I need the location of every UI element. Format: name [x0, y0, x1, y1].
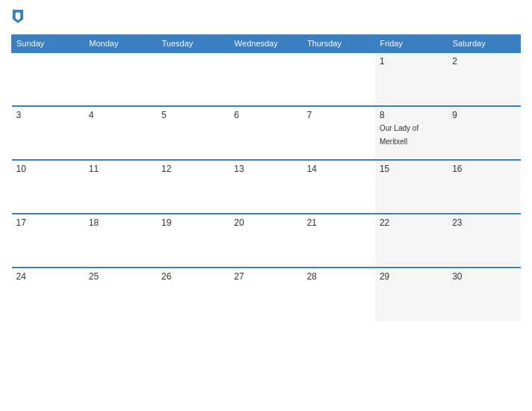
- day-number: 27: [234, 271, 297, 282]
- day-number: 26: [161, 271, 225, 282]
- calendar-cell: 8Our Lady of Meritxell: [375, 106, 448, 160]
- day-number: 9: [452, 110, 516, 120]
- day-number: 5: [161, 110, 225, 120]
- day-number: 23: [452, 217, 516, 228]
- day-number: 30: [452, 271, 516, 282]
- weekday-sunday: Sunday: [12, 35, 84, 53]
- calendar-cell: [303, 52, 375, 106]
- day-number: 6: [234, 110, 297, 120]
- day-number: 13: [234, 164, 297, 174]
- calendar-week-3: 10111213141516: [12, 160, 521, 214]
- calendar-cell: 27: [229, 268, 302, 321]
- calendar-cell: 11: [84, 160, 157, 214]
- day-number: 21: [307, 217, 371, 228]
- calendar-cell: 9: [448, 106, 520, 160]
- calendar-cell: [84, 52, 157, 106]
- calendar-cell: 21: [303, 214, 375, 268]
- calendar-cell: 13: [229, 160, 302, 214]
- day-number: 3: [16, 110, 80, 120]
- day-number: 2: [452, 56, 516, 67]
- day-number: 10: [16, 164, 80, 174]
- calendar-cell: 26: [157, 268, 229, 321]
- calendar-cell: 30: [448, 268, 520, 321]
- day-number: 22: [380, 217, 443, 228]
- day-number: 18: [89, 217, 152, 228]
- calendar-cell: 18: [84, 214, 157, 268]
- day-number: 24: [16, 271, 80, 282]
- weekday-saturday: Saturday: [448, 35, 520, 53]
- calendar-cell: 20: [229, 214, 302, 268]
- weekday-header-row: SundayMondayTuesdayWednesdayThursdayFrid…: [12, 35, 521, 53]
- calendar-cell: 10: [12, 160, 84, 214]
- calendar-cell: 19: [157, 214, 229, 268]
- calendar-cell: 29: [375, 268, 448, 321]
- day-number: 28: [307, 271, 371, 282]
- day-number: 29: [380, 271, 443, 282]
- weekday-thursday: Thursday: [303, 35, 375, 53]
- day-number: 8: [380, 110, 443, 120]
- calendar-header: [11, 7, 521, 30]
- calendar-cell: 16: [448, 160, 520, 214]
- weekday-monday: Monday: [84, 35, 157, 53]
- day-number: 19: [161, 217, 225, 228]
- day-event: Our Lady of Meritxell: [380, 124, 418, 146]
- calendar-header-row: SundayMondayTuesdayWednesdayThursdayFrid…: [12, 35, 521, 53]
- calendar-page: SundayMondayTuesdayWednesdayThursdayFrid…: [0, 0, 532, 411]
- day-number: 15: [380, 164, 443, 174]
- logo-image: [11, 10, 25, 27]
- day-number: 17: [16, 217, 80, 228]
- calendar-body: 12345678Our Lady of Meritxell91011121314…: [12, 52, 521, 321]
- day-number: 7: [307, 110, 371, 120]
- calendar-cell: 17: [12, 214, 84, 268]
- day-number: 16: [452, 164, 516, 174]
- calendar-cell: 4: [84, 106, 157, 160]
- day-number: 25: [89, 271, 152, 282]
- calendar-cell: 12: [157, 160, 229, 214]
- calendar-cell: 24: [12, 268, 84, 321]
- calendar-cell: 7: [303, 106, 375, 160]
- calendar-cell: 5: [157, 106, 229, 160]
- weekday-friday: Friday: [375, 35, 448, 53]
- calendar-week-1: 12: [12, 52, 521, 106]
- calendar-cell: 3: [12, 106, 84, 160]
- day-number: 14: [307, 164, 371, 174]
- calendar-cell: 14: [303, 160, 375, 214]
- calendar-week-5: 24252627282930: [12, 268, 521, 321]
- calendar-table: SundayMondayTuesdayWednesdayThursdayFrid…: [11, 34, 521, 321]
- day-number: 1: [380, 56, 443, 67]
- calendar-cell: [157, 52, 229, 106]
- calendar-cell: 2: [448, 52, 520, 106]
- calendar-week-2: 345678Our Lady of Meritxell9: [12, 106, 521, 160]
- calendar-cell: 25: [84, 268, 157, 321]
- day-number: 4: [89, 110, 152, 120]
- calendar-cell: 28: [303, 268, 375, 321]
- weekday-wednesday: Wednesday: [229, 35, 302, 53]
- day-number: 11: [89, 164, 152, 174]
- calendar-cell: 15: [375, 160, 448, 214]
- logo: [11, 10, 26, 27]
- calendar-cell: 22: [375, 214, 448, 268]
- weekday-tuesday: Tuesday: [157, 35, 229, 53]
- calendar-week-4: 17181920212223: [12, 214, 521, 268]
- calendar-cell: 23: [448, 214, 520, 268]
- calendar-cell: [12, 52, 84, 106]
- calendar-cell: 1: [375, 52, 448, 106]
- day-number: 12: [161, 164, 225, 174]
- calendar-cell: [229, 52, 302, 106]
- day-number: 20: [234, 217, 297, 228]
- calendar-cell: 6: [229, 106, 302, 160]
